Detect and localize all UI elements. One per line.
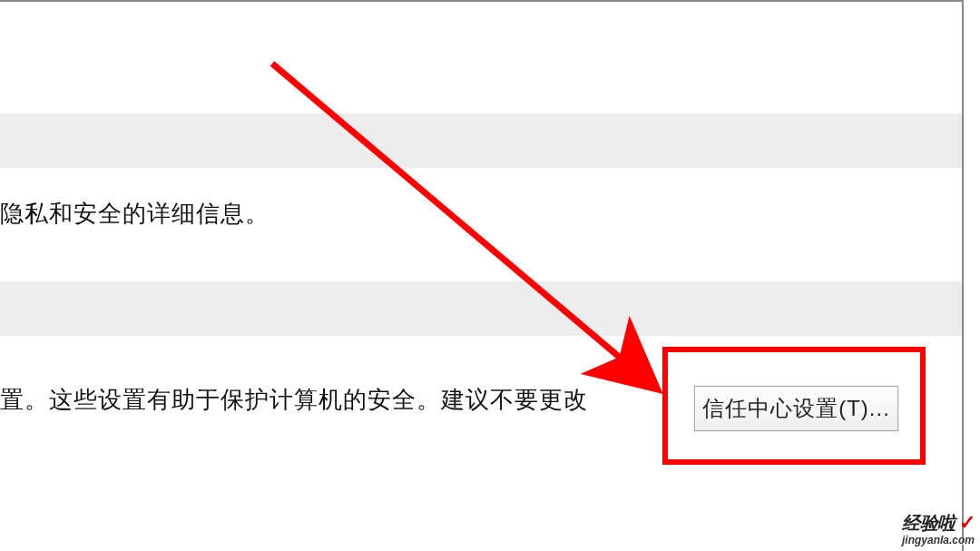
watermark-domain: jingyanla.com [902,535,975,546]
section-header-bar-1 [0,113,962,168]
watermark-brand: 经验啦 [902,514,956,532]
check-icon: ✓ [959,513,975,533]
svg-line-0 [272,64,653,386]
section-header-bar-2 [0,281,962,336]
privacy-description-text: 隐私和安全的详细信息。 [0,198,270,230]
annotation-arrow [263,54,699,418]
watermark: 经验啦 ✓ jingyanla.com [902,513,975,546]
trust-center-description-text: 置。这些设置有助于保护计算机的安全。建议不要更改 [0,384,588,416]
highlight-box [662,347,926,465]
window-border-right [962,0,964,551]
settings-panel: 隐私和安全的详细信息。 置。这些设置有助于保护计算机的安全。建议不要更改 信任中… [0,0,962,551]
